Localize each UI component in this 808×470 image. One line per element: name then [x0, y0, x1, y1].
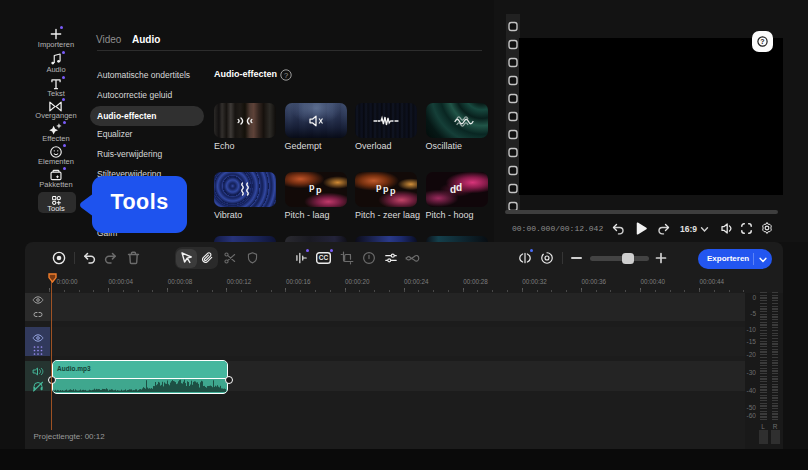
svg-text:?: ?: [760, 38, 764, 45]
svg-text:?: ?: [284, 71, 288, 80]
svg-text:d: d: [456, 182, 462, 193]
svg-text:p: p: [309, 182, 315, 192]
svg-text:p: p: [316, 185, 322, 195]
svg-text:p: p: [383, 184, 389, 194]
svg-text:CC: CC: [319, 254, 329, 261]
svg-text:p: p: [390, 186, 396, 196]
svg-text:p: p: [376, 182, 382, 192]
